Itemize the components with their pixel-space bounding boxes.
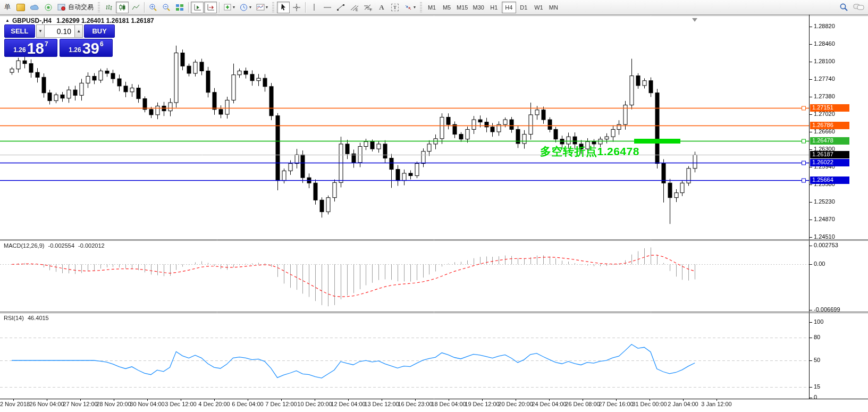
time-tick-label: 3 Dec 12:00 bbox=[165, 401, 196, 407]
vertical-line-button[interactable] bbox=[308, 2, 321, 13]
toolbar-grip bbox=[98, 2, 100, 13]
equidistant-channel-icon: E bbox=[350, 3, 359, 11]
zoom-in-button[interactable] bbox=[147, 2, 159, 13]
buy-price-prefix: 1.26 bbox=[69, 46, 81, 54]
arrows-button[interactable]: ▾ bbox=[402, 2, 418, 13]
chat-button[interactable] bbox=[851, 2, 867, 13]
time-tick-label: 16 Dec 23:00 bbox=[398, 401, 432, 407]
price-tick-label: 1.25230 bbox=[814, 198, 835, 205]
price-tick-label: 1.27380 bbox=[814, 93, 835, 99]
timeframe-m30-button[interactable]: M30 bbox=[470, 2, 486, 13]
timeframe-m15-button[interactable]: M15 bbox=[454, 2, 470, 13]
volume-input[interactable] bbox=[45, 24, 74, 38]
svg-text:F: F bbox=[370, 8, 372, 11]
horizontal-line-button[interactable] bbox=[321, 2, 334, 13]
time-tick-label: 22 Nov 2018 bbox=[0, 401, 30, 407]
rsi-tick-label: 15 bbox=[814, 383, 820, 390]
timeframe-h4-button[interactable]: H4 bbox=[502, 2, 516, 13]
bar-chart-icon bbox=[105, 4, 113, 11]
fibonacci-button[interactable]: F bbox=[361, 2, 375, 13]
auto-scroll-button[interactable] bbox=[191, 2, 204, 13]
trendline-icon bbox=[336, 3, 345, 11]
time-tick-label: 31 Dec 00:00 bbox=[632, 401, 667, 407]
arrows-icon bbox=[404, 4, 412, 11]
sell-price-main: 18 bbox=[27, 41, 44, 55]
chart-shift-button[interactable] bbox=[204, 2, 217, 13]
text-button[interactable]: A bbox=[375, 2, 388, 13]
templates-button[interactable]: ▾ bbox=[254, 2, 270, 13]
buy-button[interactable]: BUY bbox=[84, 24, 115, 38]
signals-button[interactable] bbox=[42, 2, 55, 13]
cursor-button[interactable] bbox=[277, 2, 290, 13]
time-tick-label: 7 Dec 12:00 bbox=[265, 401, 297, 407]
chart-ohlc-values: 1.26299 1.26401 1.26181 1.26187 bbox=[56, 17, 154, 24]
volume-decrease-button[interactable]: ▼ bbox=[36, 24, 45, 38]
candlestick-chart-button[interactable] bbox=[116, 2, 129, 13]
bar-chart-button[interactable] bbox=[103, 2, 115, 13]
fibonacci-icon: F bbox=[364, 3, 373, 11]
horizontal-line-icon bbox=[323, 5, 332, 10]
chart-shift-icon bbox=[207, 4, 215, 11]
zoom-out-button[interactable] bbox=[160, 2, 173, 13]
rsi-tick-label: 50 bbox=[814, 357, 820, 363]
chevron-down-icon: ▾ bbox=[266, 5, 268, 10]
mql5-community-button[interactable] bbox=[28, 2, 41, 13]
level-price-badge: 1.26478 bbox=[810, 137, 849, 145]
level-price-badge: 1.25664 bbox=[810, 176, 849, 184]
level-price-badge: 1.26786 bbox=[810, 122, 849, 129]
timeframe-h1-button[interactable]: H1 bbox=[487, 2, 501, 13]
toolbar-grip bbox=[420, 2, 422, 13]
timeframe-m1-button[interactable]: M1 bbox=[425, 2, 439, 13]
indicators-button[interactable]: ▾ bbox=[222, 2, 237, 13]
volume-increase-button[interactable]: ▲ bbox=[74, 24, 83, 38]
text-icon: A bbox=[379, 3, 384, 12]
price-axis[interactable] bbox=[810, 15, 868, 399]
timeframe-mn-button[interactable]: MN bbox=[546, 2, 561, 13]
search-button[interactable] bbox=[837, 2, 850, 13]
market-button[interactable] bbox=[14, 2, 27, 13]
cloud-icon bbox=[30, 4, 39, 11]
sell-price-prefix: 1.26 bbox=[13, 46, 26, 54]
trade-panel-top-row: SELL ▼ ▲ BUY bbox=[4, 24, 115, 38]
buy-price-button[interactable]: 1.26396 bbox=[60, 39, 113, 57]
current-price-badge: 1.26187 bbox=[810, 151, 849, 158]
collapse-icon[interactable]: ▲ bbox=[5, 18, 10, 23]
tile-windows-button[interactable] bbox=[173, 2, 186, 13]
crosshair-icon bbox=[292, 3, 301, 12]
macd-tick-label: 0.002753 bbox=[814, 242, 838, 248]
price-tick-label: 1.24510 bbox=[814, 233, 835, 240]
time-tick-label: 20 Dec 20:00 bbox=[498, 401, 533, 407]
equidistant-channel-button[interactable]: E bbox=[348, 2, 361, 13]
chevron-down-icon: ▾ bbox=[414, 5, 416, 10]
autotrading-button[interactable]: 自动交易 bbox=[55, 2, 96, 13]
sell-price-sup: 7 bbox=[45, 40, 48, 48]
timeframe-d1-button[interactable]: D1 bbox=[517, 2, 531, 13]
level-price-badge: 1.27151 bbox=[810, 104, 849, 112]
pivot-annotation: 多空转折点1.26478 bbox=[540, 144, 639, 159]
macd-tick-label: 0.00 bbox=[814, 260, 825, 267]
price-tick-label: 1.28820 bbox=[814, 23, 835, 29]
toolbar-separator bbox=[219, 2, 220, 13]
time-tick-label: 6 Dec 04:00 bbox=[232, 401, 263, 407]
sell-price-button[interactable]: 1.26187 bbox=[4, 39, 57, 57]
new-order-button[interactable]: 单 bbox=[1, 2, 14, 13]
chart-canvas[interactable] bbox=[0, 15, 868, 412]
sell-button[interactable]: SELL bbox=[4, 24, 35, 38]
periods-button[interactable]: ▾ bbox=[238, 2, 254, 13]
line-chart-button[interactable] bbox=[129, 2, 142, 13]
line-chart-icon bbox=[132, 4, 140, 11]
one-click-trading-panel: SELL ▼ ▲ BUY 1.26187 1.26396 bbox=[4, 24, 115, 57]
toolbar-separator bbox=[188, 2, 189, 13]
time-tick-label: 3 Jan 12:00 bbox=[701, 401, 732, 407]
price-tick-label: 1.24870 bbox=[814, 216, 835, 222]
timeframe-m5-button[interactable]: M5 bbox=[440, 2, 454, 13]
toolbar-separator bbox=[305, 2, 306, 13]
chat-icon bbox=[853, 3, 865, 11]
cursor-icon bbox=[280, 3, 286, 11]
timeframe-w1-button[interactable]: W1 bbox=[532, 2, 546, 13]
trendline-button[interactable] bbox=[334, 2, 347, 13]
text-label-button[interactable]: T bbox=[389, 2, 401, 13]
indicators-add-icon bbox=[224, 4, 232, 11]
time-tick-label: 12 Dec 04:00 bbox=[331, 401, 365, 407]
crosshair-button[interactable] bbox=[290, 2, 303, 13]
